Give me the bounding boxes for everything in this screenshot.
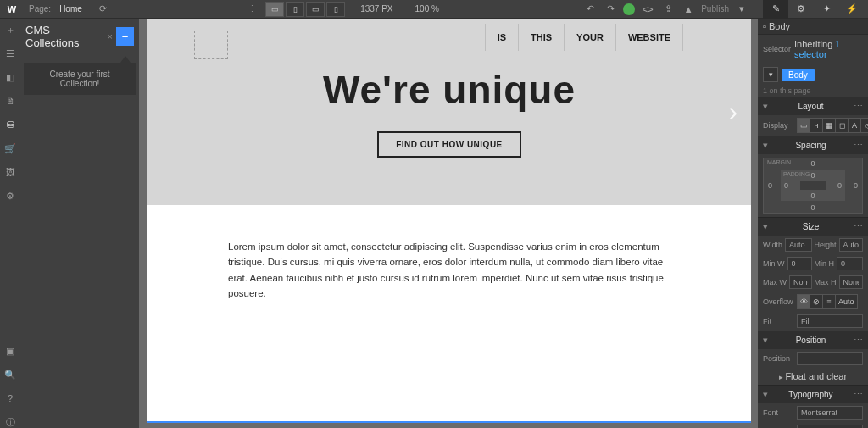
maxw-input[interactable] — [789, 275, 812, 289]
section-spacing[interactable]: ▾Spacing⋯ — [758, 136, 868, 154]
tab-settings[interactable]: ⚙ — [788, 0, 814, 19]
device-mobile-landscape[interactable]: ▭ — [306, 2, 325, 17]
zoom-level[interactable]: 100 % — [409, 4, 446, 14]
overflow-toggle: 👁 ⊘ ≡ Auto — [797, 294, 858, 309]
cms-empty-tip: Create your first Collection! — [24, 63, 136, 95]
code-icon[interactable]: <> — [640, 2, 655, 17]
minw-input[interactable] — [787, 257, 812, 270]
image-placeholder[interactable] — [194, 31, 228, 59]
cms-close-icon[interactable]: × — [103, 31, 115, 42]
status-badge[interactable] — [623, 3, 635, 15]
undo-icon[interactable]: ↶ — [582, 2, 598, 17]
nav-item[interactable]: WEBSITE — [615, 24, 683, 51]
nav-item[interactable]: IS — [485, 24, 518, 51]
device-mobile[interactable]: ▯ — [326, 2, 345, 17]
selector-label: Selector — [763, 45, 791, 53]
display-flex[interactable]: ⫞ — [810, 119, 823, 132]
hero-section[interactable]: IS THIS YOUR WEBSITE We're unique FIND O… — [147, 19, 751, 205]
overflow-scroll[interactable]: ≡ — [823, 295, 836, 308]
selector-tag[interactable]: Body — [782, 69, 815, 81]
breadcrumb: ▫ Body — [758, 19, 868, 35]
publish-button[interactable]: Publish — [701, 4, 729, 14]
tab-interactions[interactable]: ✦ — [814, 0, 839, 19]
video-icon[interactable]: ▣ — [4, 345, 16, 357]
tab-effects[interactable]: ⚡ — [839, 0, 865, 19]
section-typography[interactable]: ▾Typography⋯ — [758, 385, 868, 403]
settings-icon[interactable]: ⚙ — [4, 190, 16, 202]
nav-item[interactable]: THIS — [518, 24, 564, 51]
cms-panel: CMS Collections × + Create your first Co… — [20, 19, 139, 428]
page-body[interactable]: IS THIS YOUR WEBSITE We're unique FIND O… — [147, 19, 751, 423]
display-inline-block[interactable]: ◻ — [836, 119, 849, 132]
assets-icon[interactable]: 🖼 — [4, 166, 16, 178]
float-clear-toggle[interactable]: ▸ Float and clear — [758, 368, 868, 385]
font-select[interactable] — [797, 406, 863, 420]
slider-next-icon[interactable]: › — [729, 97, 737, 126]
cms-panel-title: CMS Collections — [25, 24, 103, 49]
hero-heading[interactable]: We're unique — [323, 67, 576, 113]
width-input[interactable] — [785, 238, 811, 252]
add-icon[interactable]: ＋ — [4, 24, 16, 36]
info-icon[interactable]: ⓘ — [4, 416, 16, 428]
section-size[interactable]: ▾Size⋯ — [758, 217, 868, 236]
fit-select[interactable] — [797, 314, 863, 328]
tab-style[interactable]: ✎ — [763, 0, 788, 19]
display-inline[interactable]: A — [849, 119, 861, 132]
pages-icon[interactable]: ☰ — [4, 47, 16, 59]
audit-icon[interactable]: ▲ — [681, 2, 696, 17]
redo-icon[interactable]: ↷ — [603, 2, 618, 17]
minh-input[interactable] — [837, 257, 863, 270]
paragraph[interactable]: Lorem ipsum dolor sit amet, consectetur … — [228, 239, 670, 302]
right-panel-tabs: ✎ ⚙ ✦ ⚡ — [763, 0, 865, 19]
help-icon[interactable]: ? — [4, 392, 16, 404]
display-toggle: ▭ ⫞ ▦ ◻ A ⦸ — [797, 118, 868, 133]
display-grid[interactable]: ▦ — [823, 119, 836, 132]
spacing-editor[interactable]: MARGIN 0 0 0 0 PADDING 0 0 0 0 — [763, 158, 863, 214]
style-panel: ▫ Body Selector Inheriting 1 selector ▾ … — [758, 19, 868, 428]
search-icon[interactable]: 🔍 — [4, 369, 16, 381]
topbar: W Page: Home ⟳ ⋮ ▭ ▯ ▭ ▯ 1337 PX 100 % ↶… — [0, 0, 868, 19]
maxh-input[interactable] — [839, 275, 863, 289]
section-position[interactable]: ▾Position⋯ — [758, 331, 868, 349]
left-toolbar: ＋ ☰ ◧ 🗎 ⛁ 🛒 🖼 ⚙ ▣ 🔍 ? ⓘ — [0, 19, 20, 428]
navigator-icon[interactable]: ◧ — [4, 71, 16, 83]
device-tablet[interactable]: ▯ — [286, 2, 304, 17]
position-select[interactable] — [797, 352, 863, 365]
page-label-prefix: Page: — [29, 4, 51, 14]
page-name[interactable]: Home — [59, 4, 82, 14]
export-icon[interactable]: ⇪ — [660, 2, 676, 17]
selector-count: 1 on this page — [758, 85, 868, 97]
canvas-width[interactable]: 1337 PX — [353, 4, 399, 14]
hero-cta-button[interactable]: FIND OUT HOW UNIQUE — [377, 131, 521, 158]
tooltip-arrow-icon — [120, 56, 131, 63]
app-logo[interactable]: W — [3, 1, 20, 18]
nav-item[interactable]: YOUR — [564, 24, 615, 51]
cms-add-button[interactable]: + — [116, 27, 134, 46]
selector-dropdown[interactable]: ▾ — [763, 67, 778, 82]
display-none[interactable]: ⦸ — [861, 119, 868, 132]
overflow-auto[interactable]: Auto — [836, 295, 857, 308]
publish-chevron-icon[interactable]: ▾ — [734, 2, 749, 17]
section-layout[interactable]: ▾Layout⋯ — [758, 97, 868, 115]
nav-menu: IS THIS YOUR WEBSITE — [485, 24, 683, 51]
ecommerce-icon[interactable]: 🛒 — [4, 142, 16, 154]
display-block[interactable]: ▭ — [798, 119, 810, 132]
overflow-hidden[interactable]: ⊘ — [810, 295, 823, 308]
canvas-area[interactable]: IS THIS YOUR WEBSITE We're unique FIND O… — [139, 19, 758, 428]
height-input[interactable] — [839, 238, 863, 252]
device-desktop[interactable]: ▭ — [265, 2, 284, 17]
content-section[interactable]: Lorem ipsum dolor sit amet, consectetur … — [147, 205, 751, 336]
refresh-icon[interactable]: ⟳ — [96, 2, 111, 17]
drag-handle-icon[interactable]: ⋮ — [248, 3, 257, 14]
device-toggle: ▭ ▯ ▭ ▯ — [265, 2, 345, 17]
page-icon[interactable]: 🗎 — [4, 95, 16, 107]
cms-icon[interactable]: ⛁ — [4, 119, 16, 131]
weight-select[interactable] — [797, 425, 863, 428]
overflow-visible[interactable]: 👁 — [798, 295, 810, 308]
